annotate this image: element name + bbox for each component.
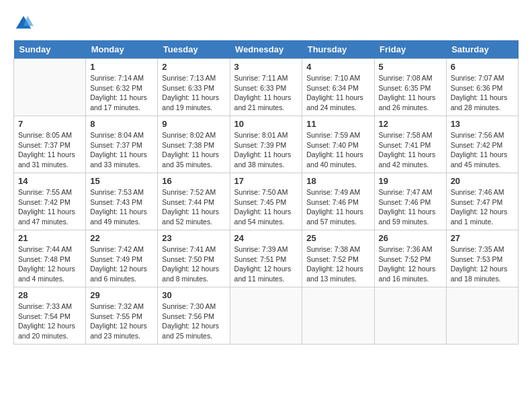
day-number: 28 bbox=[18, 290, 81, 300]
calendar-cell: 22Sunrise: 7:42 AM Sunset: 7:49 PM Dayli… bbox=[86, 230, 158, 287]
calendar-cell: 6Sunrise: 7:07 AM Sunset: 6:36 PM Daylig… bbox=[446, 59, 518, 116]
calendar-week-4: 21Sunrise: 7:44 AM Sunset: 7:48 PM Dayli… bbox=[14, 230, 519, 287]
day-number: 15 bbox=[90, 176, 153, 186]
calendar-week-1: 1Sunrise: 7:14 AM Sunset: 6:32 PM Daylig… bbox=[14, 59, 519, 116]
day-info: Sunrise: 8:04 AM Sunset: 7:37 PM Dayligh… bbox=[90, 130, 153, 170]
day-info: Sunrise: 7:33 AM Sunset: 7:54 PM Dayligh… bbox=[18, 302, 81, 341]
day-number: 13 bbox=[451, 119, 514, 129]
day-info: Sunrise: 7:35 AM Sunset: 7:53 PM Dayligh… bbox=[451, 244, 514, 284]
day-number: 16 bbox=[162, 176, 225, 186]
day-number: 17 bbox=[234, 176, 298, 186]
day-number: 10 bbox=[234, 119, 298, 129]
day-info: Sunrise: 7:11 AM Sunset: 6:33 PM Dayligh… bbox=[234, 73, 298, 113]
calendar-body: 1Sunrise: 7:14 AM Sunset: 6:32 PM Daylig… bbox=[14, 59, 519, 345]
day-info: Sunrise: 7:46 AM Sunset: 7:47 PM Dayligh… bbox=[451, 187, 514, 227]
day-number: 8 bbox=[90, 119, 153, 129]
column-header-sunday: Sunday bbox=[14, 40, 86, 59]
day-number: 27 bbox=[451, 233, 514, 243]
day-info: Sunrise: 7:14 AM Sunset: 6:32 PM Dayligh… bbox=[90, 73, 153, 113]
day-info: Sunrise: 7:41 AM Sunset: 7:50 PM Dayligh… bbox=[162, 244, 225, 284]
day-number: 11 bbox=[306, 119, 369, 129]
day-info: Sunrise: 7:36 AM Sunset: 7:52 PM Dayligh… bbox=[379, 244, 442, 284]
day-info: Sunrise: 7:59 AM Sunset: 7:40 PM Dayligh… bbox=[306, 130, 369, 170]
page-header bbox=[13, 13, 519, 34]
calendar-cell: 2Sunrise: 7:13 AM Sunset: 6:33 PM Daylig… bbox=[158, 59, 230, 116]
day-info: Sunrise: 7:58 AM Sunset: 7:41 PM Dayligh… bbox=[379, 130, 442, 170]
calendar-cell: 26Sunrise: 7:36 AM Sunset: 7:52 PM Dayli… bbox=[374, 230, 446, 287]
day-info: Sunrise: 7:53 AM Sunset: 7:43 PM Dayligh… bbox=[90, 187, 153, 227]
day-number: 5 bbox=[379, 62, 442, 72]
calendar-cell: 10Sunrise: 8:01 AM Sunset: 7:39 PM Dayli… bbox=[230, 116, 302, 173]
logo bbox=[13, 13, 36, 34]
day-number: 26 bbox=[379, 233, 442, 243]
calendar-cell: 23Sunrise: 7:41 AM Sunset: 7:50 PM Dayli… bbox=[158, 230, 230, 287]
calendar-cell: 13Sunrise: 7:56 AM Sunset: 7:42 PM Dayli… bbox=[446, 116, 518, 173]
column-header-monday: Monday bbox=[86, 40, 158, 59]
day-info: Sunrise: 7:32 AM Sunset: 7:55 PM Dayligh… bbox=[90, 302, 153, 341]
day-info: Sunrise: 7:44 AM Sunset: 7:48 PM Dayligh… bbox=[18, 244, 81, 284]
calendar-cell: 14Sunrise: 7:55 AM Sunset: 7:42 PM Dayli… bbox=[14, 173, 86, 230]
calendar-cell: 8Sunrise: 8:04 AM Sunset: 7:37 PM Daylig… bbox=[86, 116, 158, 173]
day-info: Sunrise: 7:08 AM Sunset: 6:35 PM Dayligh… bbox=[379, 73, 442, 113]
calendar-cell: 28Sunrise: 7:33 AM Sunset: 7:54 PM Dayli… bbox=[14, 287, 86, 345]
day-info: Sunrise: 7:39 AM Sunset: 7:51 PM Dayligh… bbox=[234, 244, 298, 284]
calendar-cell bbox=[374, 287, 446, 345]
day-number: 22 bbox=[90, 233, 153, 243]
calendar-cell: 27Sunrise: 7:35 AM Sunset: 7:53 PM Dayli… bbox=[446, 230, 518, 287]
calendar-cell: 29Sunrise: 7:32 AM Sunset: 7:55 PM Dayli… bbox=[86, 287, 158, 345]
day-number: 25 bbox=[306, 233, 369, 243]
day-info: Sunrise: 7:52 AM Sunset: 7:44 PM Dayligh… bbox=[162, 187, 225, 227]
calendar-week-2: 7Sunrise: 8:05 AM Sunset: 7:37 PM Daylig… bbox=[14, 116, 519, 173]
calendar-cell: 19Sunrise: 7:47 AM Sunset: 7:46 PM Dayli… bbox=[374, 173, 446, 230]
column-header-tuesday: Tuesday bbox=[158, 40, 230, 59]
day-info: Sunrise: 7:38 AM Sunset: 7:52 PM Dayligh… bbox=[306, 244, 369, 284]
calendar-cell: 21Sunrise: 7:44 AM Sunset: 7:48 PM Dayli… bbox=[14, 230, 86, 287]
day-number: 12 bbox=[379, 119, 442, 129]
calendar-cell bbox=[302, 287, 374, 345]
calendar-cell: 12Sunrise: 7:58 AM Sunset: 7:41 PM Dayli… bbox=[374, 116, 446, 173]
calendar-cell: 11Sunrise: 7:59 AM Sunset: 7:40 PM Dayli… bbox=[302, 116, 374, 173]
calendar-cell: 17Sunrise: 7:50 AM Sunset: 7:45 PM Dayli… bbox=[230, 173, 302, 230]
column-header-saturday: Saturday bbox=[446, 40, 518, 59]
day-info: Sunrise: 7:13 AM Sunset: 6:33 PM Dayligh… bbox=[162, 73, 225, 113]
calendar-cell: 5Sunrise: 7:08 AM Sunset: 6:35 PM Daylig… bbox=[374, 59, 446, 116]
calendar-header: SundayMondayTuesdayWednesdayThursdayFrid… bbox=[14, 40, 519, 59]
day-number: 23 bbox=[162, 233, 225, 243]
calendar-cell: 1Sunrise: 7:14 AM Sunset: 6:32 PM Daylig… bbox=[86, 59, 158, 116]
day-info: Sunrise: 8:05 AM Sunset: 7:37 PM Dayligh… bbox=[18, 130, 81, 170]
day-info: Sunrise: 8:01 AM Sunset: 7:39 PM Dayligh… bbox=[234, 130, 298, 170]
day-info: Sunrise: 7:07 AM Sunset: 6:36 PM Dayligh… bbox=[451, 73, 514, 113]
calendar-cell: 16Sunrise: 7:52 AM Sunset: 7:44 PM Dayli… bbox=[158, 173, 230, 230]
day-info: Sunrise: 7:49 AM Sunset: 7:46 PM Dayligh… bbox=[306, 187, 369, 227]
calendar-cell: 20Sunrise: 7:46 AM Sunset: 7:47 PM Dayli… bbox=[446, 173, 518, 230]
day-info: Sunrise: 7:47 AM Sunset: 7:46 PM Dayligh… bbox=[379, 187, 442, 227]
day-number: 20 bbox=[451, 176, 514, 186]
calendar-cell bbox=[14, 59, 86, 116]
day-info: Sunrise: 7:10 AM Sunset: 6:34 PM Dayligh… bbox=[306, 73, 369, 113]
day-number: 30 bbox=[162, 290, 225, 300]
day-number: 21 bbox=[18, 233, 81, 243]
day-info: Sunrise: 7:55 AM Sunset: 7:42 PM Dayligh… bbox=[18, 187, 81, 227]
calendar-cell: 3Sunrise: 7:11 AM Sunset: 6:33 PM Daylig… bbox=[230, 59, 302, 116]
logo-icon bbox=[13, 13, 34, 34]
day-info: Sunrise: 7:42 AM Sunset: 7:49 PM Dayligh… bbox=[90, 244, 153, 284]
calendar-cell bbox=[230, 287, 302, 345]
day-info: Sunrise: 7:30 AM Sunset: 7:56 PM Dayligh… bbox=[162, 302, 225, 341]
day-info: Sunrise: 7:56 AM Sunset: 7:42 PM Dayligh… bbox=[451, 130, 514, 170]
calendar-cell: 7Sunrise: 8:05 AM Sunset: 7:37 PM Daylig… bbox=[14, 116, 86, 173]
day-number: 6 bbox=[451, 62, 514, 72]
column-header-friday: Friday bbox=[374, 40, 446, 59]
day-number: 19 bbox=[379, 176, 442, 186]
calendar-week-3: 14Sunrise: 7:55 AM Sunset: 7:42 PM Dayli… bbox=[14, 173, 519, 230]
day-info: Sunrise: 8:02 AM Sunset: 7:38 PM Dayligh… bbox=[162, 130, 225, 170]
day-number: 3 bbox=[234, 62, 298, 72]
day-number: 18 bbox=[306, 176, 369, 186]
day-info: Sunrise: 7:50 AM Sunset: 7:45 PM Dayligh… bbox=[234, 187, 298, 227]
calendar-cell: 4Sunrise: 7:10 AM Sunset: 6:34 PM Daylig… bbox=[302, 59, 374, 116]
calendar-cell: 30Sunrise: 7:30 AM Sunset: 7:56 PM Dayli… bbox=[158, 287, 230, 345]
day-number: 24 bbox=[234, 233, 298, 243]
calendar-cell: 25Sunrise: 7:38 AM Sunset: 7:52 PM Dayli… bbox=[302, 230, 374, 287]
calendar-cell: 9Sunrise: 8:02 AM Sunset: 7:38 PM Daylig… bbox=[158, 116, 230, 173]
day-number: 29 bbox=[90, 290, 153, 300]
calendar-table: SundayMondayTuesdayWednesdayThursdayFrid… bbox=[13, 40, 519, 345]
